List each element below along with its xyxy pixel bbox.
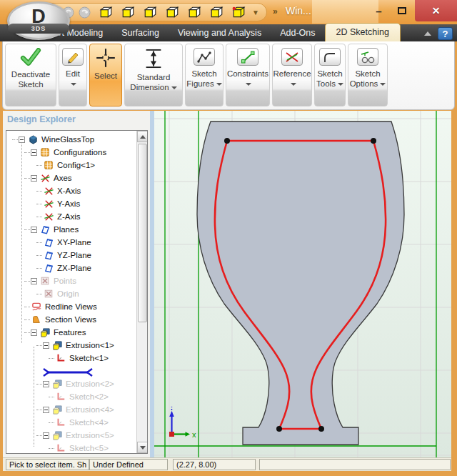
- tree-collapse-icon[interactable]: [43, 407, 49, 413]
- tree-item-label: Planes: [54, 225, 79, 234]
- tree-item-section-views[interactable]: Section Views: [6, 313, 96, 326]
- tab-viewing-and-analysis[interactable]: Viewing and Analysis: [169, 25, 271, 41]
- view-cube-top-icon[interactable]: [186, 5, 202, 19]
- tab-surfacing[interactable]: Surfacing: [112, 25, 169, 41]
- tree-connector: [36, 204, 42, 204]
- view-cube-isometric-home-icon[interactable]: [231, 5, 246, 19]
- tab-2d-sketching[interactable]: 2D Sketching: [325, 23, 401, 41]
- maximize-button[interactable]: [392, 3, 411, 19]
- tree-item-xy-plane[interactable]: XY-Plane: [6, 236, 91, 249]
- view-cube-bottom-icon[interactable]: [209, 5, 224, 19]
- tree-connector: [36, 268, 42, 269]
- tree-collapse-icon[interactable]: [31, 175, 37, 182]
- tree-item-extrusion-4-[interactable]: Extrusion<4>: [6, 403, 114, 416]
- tree-item-config-1-[interactable]: Config<1>: [6, 159, 95, 172]
- tree-collapse-icon[interactable]: [43, 432, 49, 439]
- window-title: Win...: [286, 5, 311, 16]
- tree-item-label: Extrusion<2>: [66, 380, 114, 388]
- scroll-up-button[interactable]: [137, 131, 148, 142]
- redo-icon[interactable]: [79, 5, 91, 19]
- app-logo-menu-button[interactable]: D 3DS: [7, 1, 70, 40]
- tree-item-sketch-5-[interactable]: Sketch<5>: [6, 442, 109, 454]
- view-cube-back-icon[interactable]: [120, 5, 136, 19]
- tree-item-label: Sketch<2>: [69, 392, 109, 401]
- tree-item-label: Features: [54, 328, 86, 337]
- tree-item-sketch-2-[interactable]: Sketch<2>: [6, 390, 109, 403]
- tree-item-extrusion-1-[interactable]: Extrusion<1>: [6, 339, 114, 352]
- tree-collapse-icon[interactable]: [43, 381, 49, 387]
- deactivate-sketch-button[interactable]: DeactivateSketch: [5, 44, 56, 106]
- minimize-button[interactable]: –: [369, 3, 388, 19]
- tree-item-features[interactable]: Features: [6, 326, 86, 339]
- collapse-ribbon-icon[interactable]: [424, 31, 431, 36]
- reference-button[interactable]: Reference: [272, 44, 312, 106]
- standard-dimension-button[interactable]: StandardDimension: [124, 44, 183, 106]
- standard-dimension-icon: [144, 48, 164, 69]
- points-icon: [43, 288, 54, 299]
- tree-item-planes[interactable]: Planes: [6, 223, 79, 236]
- tree-item-points[interactable]: Points: [6, 274, 76, 287]
- status-segment-3: [259, 459, 451, 470]
- constraints-button[interactable]: Constraints: [226, 44, 270, 106]
- view-cube-right-icon[interactable]: [164, 5, 180, 19]
- plane-icon: [43, 237, 54, 248]
- tree-item-x-axis[interactable]: X-Axis: [6, 184, 81, 197]
- tree-item-wineglasstop[interactable]: WineGlassTop: [6, 133, 94, 146]
- view-dropdown-caret-icon[interactable]: ▼: [252, 9, 259, 16]
- sketch-tools-button[interactable]: SketchTools: [314, 44, 346, 106]
- tree-item-redline-views[interactable]: Redline Views: [6, 300, 97, 313]
- reference-label: Reference: [273, 69, 311, 89]
- tree-item-label: XY-Plane: [57, 238, 91, 247]
- tree-item-configurations[interactable]: Configurations: [6, 146, 106, 159]
- title-bar: D 3DS ▼ » Win... – ✕: [0, 0, 457, 24]
- sketch-options-button[interactable]: SketchOptions: [348, 44, 388, 106]
- tree-item-label: Y-Axis: [57, 199, 80, 208]
- constraints-label: Constraints: [227, 69, 268, 89]
- tree-collapse-icon[interactable]: [43, 342, 49, 349]
- tree-item-y-axis[interactable]: Y-Axis: [6, 197, 80, 210]
- tree-item-extrusion-2-[interactable]: Extrusion<2>: [6, 377, 114, 390]
- tree-collapse-icon[interactable]: [19, 137, 25, 143]
- tree-connector: [24, 178, 30, 179]
- tree-item-zx-plane[interactable]: ZX-Plane: [6, 262, 91, 274]
- tree-item-origin[interactable]: Origin: [6, 287, 79, 300]
- tree-collapse-icon[interactable]: [31, 227, 37, 233]
- toolbar-overflow-icon[interactable]: »: [273, 6, 277, 16]
- close-button[interactable]: ✕: [415, 0, 457, 21]
- tree-connector: [36, 410, 42, 410]
- tree-item-yz-plane[interactable]: YZ-Plane: [6, 249, 91, 262]
- tab-add-ons[interactable]: Add-Ons: [271, 25, 324, 41]
- scroll-down-button[interactable]: [137, 442, 148, 453]
- tree-item-label: Config<1>: [57, 161, 95, 169]
- tree-item-sketch-4-[interactable]: Sketch<4>: [6, 416, 109, 429]
- tree-collapse-icon[interactable]: [31, 329, 37, 336]
- points-icon: [39, 275, 51, 287]
- select-label: Select: [94, 71, 117, 81]
- standard-dimension-label: StandardDimension: [130, 72, 176, 92]
- tree-collapse-icon[interactable]: [31, 149, 37, 156]
- tree-item-label: Points: [54, 277, 76, 285]
- extrusion-icon: [39, 327, 51, 338]
- edit-button[interactable]: Edit: [59, 44, 87, 106]
- tree-item-axes[interactable]: Axes: [6, 172, 72, 184]
- tree-scrollbar[interactable]: [136, 131, 147, 453]
- tree-item-label: Axes: [54, 174, 72, 182]
- view-cube-left-icon[interactable]: [142, 5, 158, 19]
- scrollbar-thumb[interactable]: [138, 144, 147, 322]
- tree-item-label: Redline Views: [45, 302, 97, 311]
- select-button[interactable]: Select: [89, 44, 122, 106]
- axis-icon: [43, 198, 54, 209]
- help-button[interactable]: ?: [438, 27, 453, 40]
- tree-item-z-axis[interactable]: Z-Axis: [6, 210, 81, 223]
- tree-item-label: ZX-Plane: [57, 264, 91, 272]
- scroll-up-icon: [140, 135, 146, 139]
- tree-item-sketch-1-[interactable]: Sketch<1>: [6, 352, 109, 365]
- sketch-canvas[interactable]: x: [154, 111, 451, 457]
- tree-item-extrusion-5-[interactable]: Extrusion<5>: [6, 429, 114, 442]
- dropdown-caret-icon: [291, 83, 296, 86]
- sketch-figures-button[interactable]: SketchFigures: [185, 44, 224, 106]
- status-segment-1: Under Defined: [89, 459, 168, 470]
- view-cube-front-icon[interactable]: [98, 5, 114, 19]
- tree-collapse-icon[interactable]: [31, 278, 37, 284]
- tree-item-label: Extrusion<1>: [66, 341, 114, 349]
